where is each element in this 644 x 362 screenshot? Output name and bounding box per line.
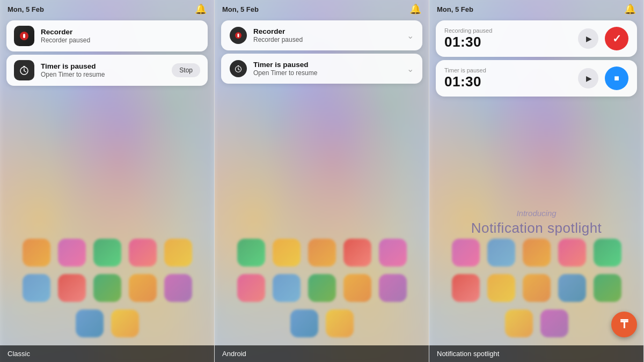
app-icon-a1 — [237, 239, 265, 267]
app-icon-a3 — [308, 239, 336, 267]
panel-spotlight: Mon, 5 Feb 🔔 Recording paused 01:30 Time… — [429, 0, 644, 362]
timer-spotlight-info: Timer is paused 01:30 — [444, 67, 572, 90]
svg-rect-1 — [23, 34, 25, 38]
app-icon-7 — [58, 274, 86, 302]
app-icon-a6 — [237, 274, 265, 302]
svg-rect-7 — [238, 34, 239, 38]
timer-title-classic: Timer is paused — [41, 62, 165, 70]
app-icon-a2 — [273, 239, 301, 267]
svg-rect-11 — [238, 65, 239, 66]
app-grid-classic — [0, 233, 214, 343]
timer-subtitle-android: Open Timer to resume — [253, 69, 400, 77]
status-bar-spotlight: Mon, 5 Feb 🔔 — [429, 0, 643, 17]
panel-android: Mon, 5 Feb 🔔 Recorder Recorder paused ⌄ — [215, 0, 429, 362]
recording-spotlight-info: Recording paused 01:30 — [444, 27, 572, 50]
recorder-text-android: Recorder Recorder paused — [253, 27, 400, 43]
app-icon-1 — [23, 239, 50, 267]
timer-subtitle-classic: Open Timer to resume — [41, 71, 165, 78]
date-android: Mon, 5 Feb — [222, 5, 259, 13]
app-icon-6 — [23, 274, 50, 302]
timer-spotlight-label: Timer is paused — [444, 67, 572, 73]
app-icon-4 — [129, 239, 157, 267]
introducing-section: Introducing Notification spotlight — [429, 100, 643, 345]
label-spotlight: Notification spotlight — [429, 345, 643, 362]
chevron-down-icon-timer: ⌄ — [407, 64, 414, 74]
recorder-app-icon — [14, 26, 34, 46]
timer-stop-button[interactable] — [605, 67, 628, 90]
timer-text-classic: Timer is paused Open Timer to resume — [41, 62, 165, 78]
recorder-subtitle-classic: Recorder paused — [41, 36, 200, 44]
app-icon-11 — [76, 309, 104, 337]
app-icon-a12 — [326, 309, 354, 337]
introducing-big: Notification spotlight — [471, 220, 602, 237]
label-android: Android — [215, 345, 429, 362]
svg-rect-5 — [23, 66, 25, 67]
recorder-text-classic: Recorder Recorder paused — [41, 28, 200, 44]
notifications-spotlight: Recording paused 01:30 Timer is paused 0… — [429, 17, 643, 100]
recorder-card-android[interactable]: Recorder Recorder paused ⌄ — [221, 20, 422, 50]
label-classic: Classic — [0, 345, 214, 362]
app-icon-a11 — [290, 309, 318, 337]
recording-spotlight-time: 01:30 — [444, 34, 572, 50]
recording-play-button[interactable] — [578, 28, 598, 49]
timer-spotlight-time: 01:30 — [444, 73, 572, 90]
recording-confirm-button[interactable] — [605, 27, 628, 50]
date-classic: Mon, 5 Feb — [8, 5, 44, 13]
app-icon-a8 — [308, 274, 336, 302]
bell-icon-android: 🔔 — [409, 3, 421, 15]
panel-classic: Mon, 5 Feb 🔔 Recorder Recorder paused — [0, 0, 215, 362]
notifications-classic: Recorder Recorder paused Timer is paused… — [0, 17, 214, 89]
stop-button-classic[interactable]: Stop — [172, 63, 200, 77]
app-icon-3 — [93, 239, 121, 267]
app-icon-12 — [111, 309, 139, 337]
introducing-small: Introducing — [516, 209, 556, 218]
app-icon-a5 — [379, 239, 407, 267]
timer-text-android: Timer is paused Open Timer to resume — [253, 61, 400, 77]
timer-android-icon — [230, 60, 247, 77]
app-icon-a9 — [343, 274, 371, 302]
recorder-subtitle-android: Recorder paused — [253, 36, 400, 43]
fab-button[interactable]: ₸ — [611, 312, 637, 337]
status-bar-android: Mon, 5 Feb 🔔 — [215, 0, 429, 17]
recorder-title-classic: Recorder — [41, 28, 200, 36]
bell-icon-classic: 🔔 — [195, 3, 207, 15]
timer-card-classic[interactable]: Timer is paused Open Timer to resume Sto… — [6, 55, 208, 86]
app-icon-5 — [164, 239, 192, 267]
status-bar-classic: Mon, 5 Feb 🔔 — [0, 0, 214, 17]
recorder-title-android: Recorder — [253, 27, 400, 35]
app-icon-a10 — [379, 274, 407, 302]
recording-spotlight-card[interactable]: Recording paused 01:30 — [436, 20, 637, 57]
timer-play-button[interactable] — [578, 68, 598, 88]
date-spotlight: Mon, 5 Feb — [437, 5, 473, 13]
recorder-android-icon — [230, 27, 247, 44]
app-icon-a7 — [273, 274, 301, 302]
app-icon-2 — [58, 239, 86, 267]
app-grid-android — [215, 233, 429, 343]
app-icon-a4 — [343, 239, 371, 267]
fab-icon: ₸ — [620, 317, 628, 331]
app-icon-10 — [164, 274, 192, 302]
notifications-android: Recorder Recorder paused ⌄ Timer is paus… — [215, 17, 429, 87]
recording-spotlight-label: Recording paused — [444, 27, 572, 34]
svg-line-4 — [24, 71, 26, 72]
app-icon-9 — [129, 274, 157, 302]
recorder-card-classic[interactable]: Recorder Recorder paused — [6, 20, 208, 51]
chevron-down-icon-recorder: ⌄ — [407, 31, 414, 41]
timer-spotlight-card[interactable]: Timer is paused 01:30 — [436, 60, 637, 97]
app-icon-8 — [93, 274, 121, 302]
timer-app-icon — [14, 60, 34, 80]
svg-line-10 — [238, 69, 239, 70]
timer-card-android[interactable]: Timer is paused Open Timer to resume ⌄ — [221, 54, 422, 84]
bell-icon-spotlight: 🔔 — [624, 3, 636, 15]
timer-title-android: Timer is paused — [253, 61, 400, 69]
